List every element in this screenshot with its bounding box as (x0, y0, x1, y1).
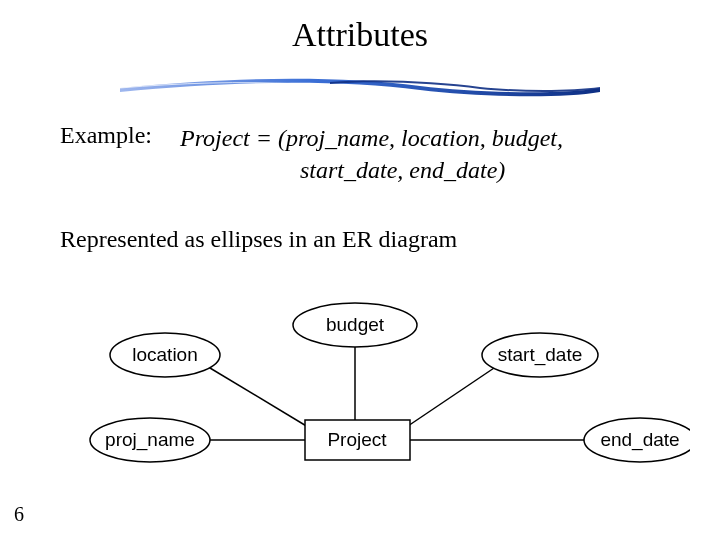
attr-projname-label: proj_name (105, 429, 195, 451)
represented-text: Represented as ellipses in an ER diagram (60, 226, 457, 253)
page-number: 6 (14, 503, 24, 526)
example-definition: Project = (proj_name, location, budget, … (180, 122, 680, 187)
attr-enddate-label: end_date (600, 429, 679, 451)
example-label: Example: (60, 122, 152, 149)
attr-budget-label: budget (326, 314, 385, 335)
er-diagram: budget location proj_name start_date end… (60, 290, 690, 490)
edge-location (205, 365, 308, 427)
entity-project-label: Project (327, 429, 387, 450)
page-title: Attributes (0, 16, 720, 54)
attr-location-label: location (132, 344, 198, 365)
example-line2: start_date, end_date) (180, 154, 680, 186)
slide: Attributes Example: Project = (proj_name… (0, 0, 720, 540)
example-line1: Project = (proj_name, location, budget, (180, 122, 680, 154)
attr-startdate-label: start_date (498, 344, 583, 366)
edge-startdate (405, 364, 500, 428)
divider-swoosh (120, 74, 600, 102)
